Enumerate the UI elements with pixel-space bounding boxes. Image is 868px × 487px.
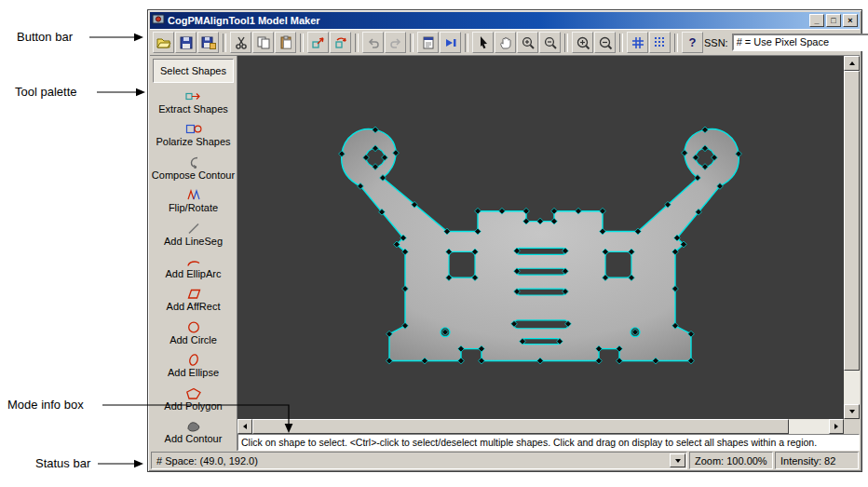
snap-grid-button[interactable] bbox=[649, 32, 671, 53]
palette-item-flip-rotate[interactable]: Flip/Rotate bbox=[151, 184, 236, 217]
add-contour-icon bbox=[185, 420, 202, 432]
add-affrect-icon bbox=[185, 288, 202, 300]
status-space-combobox[interactable]: # Space: (49.0, 192.0) bbox=[151, 452, 687, 469]
polarize-shapes-icon bbox=[185, 123, 202, 135]
vertical-scroll-thumb[interactable] bbox=[844, 71, 860, 371]
tool-palette: Select Shapes Extract Shapes Polarize Sh… bbox=[150, 56, 237, 451]
copy-button[interactable] bbox=[252, 32, 274, 53]
rotate-shape-button[interactable] bbox=[330, 32, 351, 53]
help-icon: ? bbox=[689, 35, 697, 49]
ssn-combobox[interactable]: # = Use Pixel Space bbox=[732, 34, 868, 51]
help-button[interactable]: ? bbox=[682, 32, 703, 53]
palette-item-polarize-shapes[interactable]: Polarize Shapes bbox=[151, 118, 236, 151]
zoom-out-icon bbox=[543, 35, 558, 50]
palette-item-label: Add EllipArc bbox=[166, 268, 222, 279]
floppy-icon bbox=[179, 35, 194, 50]
palette-item-add-ellipse[interactable]: Add Ellipse bbox=[151, 350, 236, 383]
title-bar[interactable]: CogPMAlignTool1 Model Maker _ □ × bbox=[150, 12, 860, 29]
maximize-button[interactable]: □ bbox=[826, 14, 841, 27]
palette-item-add-elliparc[interactable]: Add EllipArc bbox=[151, 250, 236, 283]
close-button[interactable]: × bbox=[843, 14, 858, 27]
triangle-up-icon bbox=[849, 61, 855, 65]
open-folder-icon bbox=[156, 35, 171, 50]
copy-pages-icon bbox=[256, 35, 271, 50]
triangle-right-icon bbox=[834, 424, 838, 429]
zoom-expand-button[interactable] bbox=[572, 32, 593, 53]
paste-button[interactable] bbox=[275, 32, 296, 53]
vertical-scroll-track[interactable] bbox=[844, 71, 860, 404]
palette-item-label: Add Ellipse bbox=[168, 367, 219, 378]
ssn-value: # = Use Pixel Space bbox=[734, 35, 868, 49]
toolbar-separator bbox=[223, 34, 226, 52]
save-button[interactable] bbox=[175, 32, 197, 53]
palette-item-add-lineseg[interactable]: Add LineSeg bbox=[151, 218, 236, 250]
zoom-expand-icon bbox=[576, 35, 590, 50]
extract-shapes-icon bbox=[185, 90, 202, 102]
palette-item-extract-shapes[interactable]: Extract Shapes bbox=[151, 86, 236, 118]
palette-item-label: Add LineSeg bbox=[164, 236, 223, 247]
chevron-down-icon bbox=[675, 459, 681, 463]
toolbar-separator bbox=[619, 34, 623, 52]
palette-item-add-affrect[interactable]: Add AffRect bbox=[151, 284, 236, 317]
clipboard-icon bbox=[278, 35, 293, 50]
compose-contour-icon bbox=[185, 156, 202, 169]
add-ellipse-icon bbox=[185, 354, 202, 366]
palette-item-label: Add Circle bbox=[170, 334, 217, 345]
palette-item-label: Add AffRect bbox=[167, 301, 221, 312]
save-as-button[interactable] bbox=[197, 32, 219, 53]
triangle-left-icon bbox=[243, 424, 247, 429]
select-pointer-button[interactable] bbox=[472, 32, 494, 53]
scroll-up-button[interactable] bbox=[844, 56, 860, 71]
vertical-scrollbar[interactable] bbox=[844, 56, 860, 419]
redo-icon bbox=[388, 35, 403, 50]
zoom-out-button[interactable] bbox=[539, 32, 561, 53]
app-window: CogPMAlignTool1 Model Maker _ □ × bbox=[147, 9, 862, 472]
palette-item-compose-contour[interactable]: Compose Contour bbox=[151, 152, 236, 184]
hand-icon bbox=[498, 35, 513, 50]
scissors-icon bbox=[234, 35, 249, 50]
scroll-down-button[interactable] bbox=[844, 404, 860, 419]
annotation-button-bar: Button bar bbox=[17, 30, 73, 44]
minimize-button[interactable]: _ bbox=[809, 14, 824, 27]
zoom-in-button[interactable] bbox=[517, 32, 538, 53]
run-button[interactable] bbox=[440, 32, 461, 53]
horizontal-scroll-track[interactable] bbox=[252, 419, 829, 434]
properties-button[interactable] bbox=[417, 32, 439, 53]
palette-item-select-shapes[interactable]: Select Shapes bbox=[153, 59, 234, 83]
palette-item-add-contour[interactable]: Add Contour bbox=[151, 416, 236, 449]
palette-item-label: Extract Shapes bbox=[158, 103, 228, 115]
open-button[interactable] bbox=[153, 32, 174, 53]
palette-item-add-circle[interactable]: Add Circle bbox=[151, 317, 236, 349]
ssn-label: SSN: bbox=[704, 37, 728, 48]
move-shape-button[interactable] bbox=[307, 32, 329, 53]
grid-button[interactable] bbox=[627, 32, 648, 53]
status-zoom: Zoom: 100.00% bbox=[689, 452, 773, 469]
palette-item-label: Flip/Rotate bbox=[169, 202, 218, 213]
add-circle-icon bbox=[185, 321, 202, 333]
zoom-shrink-button[interactable] bbox=[594, 32, 616, 53]
cut-button[interactable] bbox=[230, 32, 251, 53]
toolbar-separator bbox=[300, 34, 304, 52]
toolbar-separator bbox=[465, 34, 468, 52]
add-lineseg-icon bbox=[185, 223, 202, 235]
status-space-dropdown-button[interactable] bbox=[670, 453, 685, 467]
pointer-icon bbox=[476, 35, 491, 50]
floppy-plus-icon bbox=[201, 35, 216, 50]
toolbar-separator bbox=[674, 34, 678, 52]
palette-item-add-polygon[interactable]: Add Polygon bbox=[151, 383, 236, 415]
add-polygon-icon bbox=[185, 387, 202, 399]
move-shape-icon bbox=[311, 35, 326, 50]
part-image bbox=[237, 56, 844, 419]
horizontal-scrollbar[interactable] bbox=[237, 419, 844, 434]
toolbar-separator bbox=[355, 34, 359, 52]
image-display[interactable] bbox=[237, 56, 844, 419]
scroll-left-button[interactable] bbox=[237, 419, 252, 434]
scroll-right-button[interactable] bbox=[829, 419, 844, 434]
redo-button[interactable] bbox=[385, 32, 406, 53]
horizontal-scroll-thumb[interactable] bbox=[252, 419, 789, 434]
undo-button[interactable] bbox=[362, 32, 384, 53]
window-title: CogPMAlignTool1 Model Maker bbox=[168, 15, 807, 26]
annotation-mode-info-box: Mode info box bbox=[7, 398, 84, 412]
toolbar-separator bbox=[564, 34, 568, 52]
pan-button[interactable] bbox=[495, 32, 516, 53]
